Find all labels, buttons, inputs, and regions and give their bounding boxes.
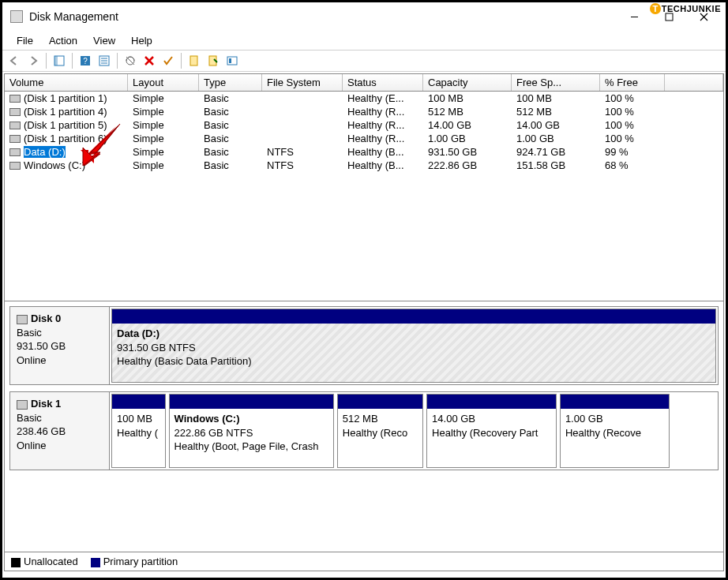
legend-unallocated: Unallocated [24,556,78,567]
volume-icon [9,108,21,116]
volume-icon [9,148,21,156]
forward-button[interactable] [24,52,42,69]
open-button[interactable] [205,52,222,69]
partition[interactable]: Windows (C:)222.86 GB NTFSHealthy (Boot,… [169,394,334,468]
svg-text:?: ? [83,57,88,65]
partition[interactable]: 1.00 GBHealthy (Recove [560,394,670,468]
back-button[interactable] [6,52,23,69]
refresh-button[interactable] [122,52,139,69]
swatch-unallocated [11,558,21,567]
volume-icon [9,95,21,103]
partition[interactable]: 512 MBHealthy (Reco [337,394,423,468]
menubar: File Action View Help [2,31,726,50]
partition[interactable]: Data (D:)931.50 GB NTFSHealthy (Basic Da… [111,309,716,383]
col-layout[interactable]: Layout [128,74,199,91]
swatch-primary [91,558,100,567]
menu-file[interactable]: File [9,33,41,48]
disk-row: Disk 1Basic238.46 GBOnline100 MBHealthy … [9,391,719,470]
volume-row[interactable]: (Disk 1 partition 1)SimpleBasicHealthy (… [5,92,723,105]
delete-button[interactable] [141,52,158,69]
volume-row[interactable]: (Disk 1 partition 6)SimpleBasicHealthy (… [5,132,723,145]
col-capacity[interactable]: Capacity [423,74,512,91]
col-percentfree[interactable]: % Free [600,74,665,91]
volume-icon [9,162,21,170]
disk-icon [17,400,28,410]
disk-graph-pane: Disk 0Basic931.50 GBOnlineData (D:)931.5… [5,301,723,552]
col-status[interactable]: Status [343,74,423,91]
check-button[interactable] [159,52,177,69]
minimize-button[interactable] [617,4,651,29]
disk-info[interactable]: Disk 0Basic931.50 GBOnline [10,307,110,384]
disk-icon [17,315,28,324]
volume-row[interactable]: Data (D:)SimpleBasicNTFSHealthy (B...931… [5,145,723,159]
help-button[interactable]: ? [77,52,94,69]
legend-primary: Primary partition [103,556,178,567]
properties-button[interactable] [223,52,241,69]
titlebar: Disk Management [2,2,726,31]
legend: Unallocated Primary partition [5,552,723,571]
svg-rect-1 [666,13,673,21]
disk-row: Disk 0Basic931.50 GBOnlineData (D:)931.5… [9,306,719,385]
col-volume[interactable]: Volume [5,74,128,91]
col-freespace[interactable]: Free Sp... [512,74,600,91]
col-type[interactable]: Type [199,74,262,91]
volume-row[interactable]: (Disk 1 partition 5)SimpleBasicHealthy (… [5,118,723,132]
menu-view[interactable]: View [85,33,123,48]
volume-list-header: Volume Layout Type File System Status Ca… [5,74,723,92]
action-list-button[interactable] [96,52,113,69]
volume-row[interactable]: (Disk 1 partition 4)SimpleBasicHealthy (… [5,105,723,118]
col-filesystem[interactable]: File System [262,74,343,91]
svg-rect-17 [227,57,237,65]
menu-action[interactable]: Action [41,33,85,48]
svg-rect-5 [54,56,58,65]
svg-rect-18 [229,58,231,63]
disk-info[interactable]: Disk 1Basic238.46 GBOnline [10,392,110,470]
window-title: Disk Management [29,10,118,23]
show-hide-tree-button[interactable] [51,52,68,69]
app-icon [10,10,23,23]
volume-row[interactable]: Windows (C:)SimpleBasicNTFSHealthy (B...… [5,159,723,172]
watermark: TTECHJUNKIE [650,4,721,13]
volume-icon [9,122,21,129]
volume-list-pane: Volume Layout Type File System Status Ca… [5,74,723,301]
svg-rect-15 [190,56,197,65]
partition[interactable]: 14.00 GBHealthy (Recovery Part [426,394,557,468]
toolbar: ? [2,50,726,72]
partition[interactable]: 100 MBHealthy ( [111,394,166,468]
volume-icon [9,135,21,143]
new-button[interactable] [186,52,203,69]
menu-help[interactable]: Help [123,33,160,48]
